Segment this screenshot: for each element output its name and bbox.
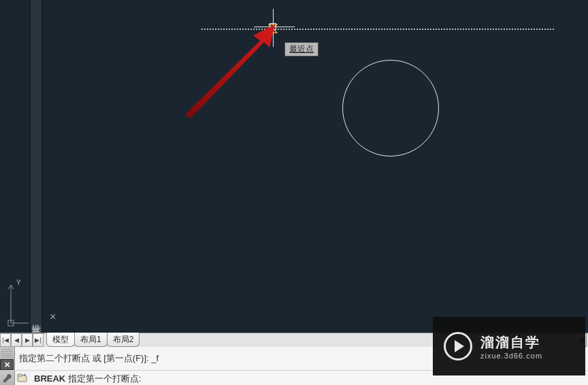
watermark-title: 溜溜自学 — [480, 333, 542, 352]
command-panel-close-button[interactable]: ✕ — [0, 359, 14, 370]
design-summary-panel[interactable]: 设计提要 — [30, 0, 42, 333]
command-name: BREAK — [34, 373, 65, 384]
circle-entity[interactable] — [342, 60, 439, 156]
watermark-banner: 溜溜自学 zixue.3d66.com — [433, 317, 585, 375]
watermark-url: zixue.3d66.com — [480, 352, 542, 360]
tab-layout1[interactable]: 布局1 — [74, 333, 108, 347]
panel-grip-icon — [32, 324, 42, 333]
osnap-tooltip: 最近点 — [284, 42, 318, 56]
command-prompt-text: 指定第一个打断点: — [65, 373, 144, 384]
tab-nav-prev-button[interactable]: ◀ — [11, 333, 22, 347]
svg-marker-5 — [185, 24, 275, 118]
design-summary-label: 设计提要 — [31, 318, 42, 323]
command-settings-button[interactable] — [0, 371, 15, 385]
tab-nav-last-button[interactable]: ▶| — [33, 333, 44, 347]
dashed-line-entity[interactable] — [201, 29, 554, 30]
tab-layout2[interactable]: 布局2 — [107, 333, 140, 347]
tab-nav-first-button[interactable]: |◀ — [0, 333, 11, 347]
wrench-icon — [3, 373, 12, 383]
watermark-play-icon — [444, 332, 472, 361]
crosshair-cursor-icon — [273, 27, 274, 27]
ucs-icon: Y — [7, 280, 30, 327]
command-panel-grip-icon — [1, 348, 13, 358]
recent-commands-button[interactable] — [15, 371, 30, 385]
x-mark-icon: × — [50, 311, 56, 323]
drawing-canvas[interactable]: 设计提要 Y 最近点 × — [0, 0, 588, 333]
svg-text:Y: Y — [16, 280, 21, 286]
tab-model[interactable]: 模型 — [46, 333, 75, 347]
tab-nav-next-button[interactable]: ▶ — [22, 333, 33, 347]
recent-commands-icon — [17, 373, 28, 383]
svg-rect-2 — [8, 320, 14, 326]
svg-rect-7 — [18, 374, 22, 376]
